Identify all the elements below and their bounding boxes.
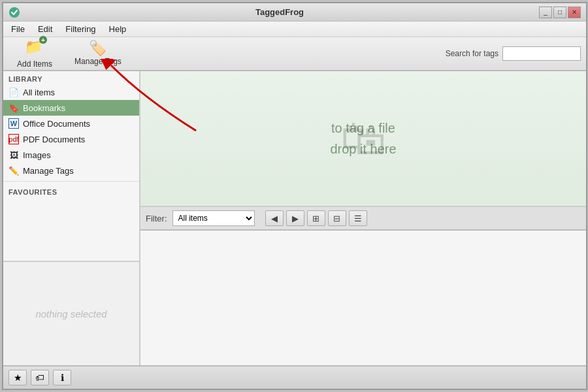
sidebar-item-manage-tags[interactable]: ✏️ Manage Tags: [3, 163, 139, 178]
view-list-button[interactable]: ☰: [349, 210, 367, 226]
toolbar: 📁 + Add Items 🏷️ Manage Tags Search for …: [3, 37, 586, 71]
menubar: File Edit Filtering Help: [3, 22, 586, 37]
sidebar: LIBRARY 📄 All items 🔖 Bookmarks W Office…: [3, 71, 140, 365]
manage-tags-label: Manage Tags: [74, 57, 122, 66]
filter-select[interactable]: All items Bookmarks Office Documents PDF…: [172, 210, 255, 226]
bookmarks-icon: 🔖: [8, 103, 19, 113]
filter-next-button[interactable]: ▶: [286, 210, 304, 226]
add-items-icon: 📁 +: [25, 39, 44, 58]
sidebar-bottom-area: nothing selected: [3, 261, 139, 365]
all-items-icon: 📄: [8, 87, 19, 97]
filter-bar: Filter: All items Bookmarks Office Docum…: [140, 207, 586, 231]
search-area: Search for tags: [446, 46, 581, 61]
sidebar-item-label: PDF Documents: [23, 135, 85, 144]
add-items-label: Add Items: [17, 59, 52, 69]
favourites-title: FAVOURITES: [3, 184, 139, 197]
sidebar-item-pdf-documents[interactable]: pdf PDF Documents: [3, 131, 139, 147]
window-title: TaggedFrog: [20, 7, 539, 17]
view-grid-button[interactable]: ⊞: [307, 210, 325, 226]
titlebar: TaggedFrog _ □ ✕: [3, 3, 586, 22]
pdf-documents-icon: pdf: [8, 134, 19, 144]
search-label: Search for tags: [446, 49, 498, 58]
images-icon: 🖼: [8, 150, 19, 160]
nothing-selected-label: nothing selected: [35, 308, 106, 319]
menu-file[interactable]: File: [6, 23, 30, 35]
menu-help[interactable]: Help: [104, 23, 132, 35]
minimize-button[interactable]: _: [539, 7, 552, 18]
sidebar-item-label: Office Documents: [23, 119, 90, 129]
content-area: 🛍 to tag a file drop it here Filter: All…: [140, 71, 586, 365]
sidebar-divider: [3, 181, 139, 182]
close-button[interactable]: ✕: [568, 7, 581, 18]
statusbar-star-button[interactable]: ★: [8, 370, 27, 385]
app-window: TaggedFrog _ □ ✕ File Edit Filtering Hel…: [2, 2, 587, 390]
maximize-button[interactable]: □: [553, 7, 566, 18]
add-items-button[interactable]: 📁 + Add Items: [8, 35, 61, 72]
sidebar-item-bookmarks[interactable]: 🔖 Bookmarks: [3, 100, 139, 116]
drop-zone-text: to tag a file drop it here: [330, 118, 396, 159]
view-grid-small-button[interactable]: ⊟: [328, 210, 346, 226]
filter-label: Filter:: [146, 214, 167, 223]
drop-zone[interactable]: 🛍 to tag a file drop it here: [140, 71, 586, 207]
statusbar: ★ 🏷 ℹ: [3, 365, 586, 389]
sidebar-item-label: Bookmarks: [23, 103, 65, 113]
sidebar-item-office-documents[interactable]: W Office Documents: [3, 116, 139, 131]
manage-tags-sidebar-icon: ✏️: [8, 165, 19, 176]
office-documents-icon: W: [8, 118, 19, 129]
statusbar-tag-button[interactable]: 🏷: [31, 370, 49, 385]
drop-line2: drop it here: [330, 139, 396, 159]
search-input[interactable]: [502, 46, 581, 61]
sidebar-item-label: Manage Tags: [23, 166, 74, 176]
library-title: LIBRARY: [3, 71, 139, 84]
sidebar-item-label: All items: [23, 88, 55, 97]
main-area: LIBRARY 📄 All items 🔖 Bookmarks W Office…: [3, 71, 586, 365]
app-icon: [8, 7, 20, 18]
sidebar-item-images[interactable]: 🖼 Images: [3, 147, 139, 163]
sidebar-item-all-items[interactable]: 📄 All items: [3, 84, 139, 100]
filter-prev-button[interactable]: ◀: [265, 210, 284, 226]
menu-filtering[interactable]: Filtering: [60, 23, 101, 35]
sidebar-item-label: Images: [23, 150, 51, 160]
bottom-main-area: [140, 231, 586, 365]
statusbar-info-button[interactable]: ℹ: [53, 370, 71, 385]
drop-line1: to tag a file: [330, 118, 396, 139]
manage-tags-button[interactable]: 🏷️ Manage Tags: [66, 38, 130, 69]
menu-edit[interactable]: Edit: [33, 23, 57, 35]
filter-icons-group: ◀ ▶ ⊞ ⊟ ☰: [265, 210, 367, 226]
window-controls[interactable]: _ □ ✕: [539, 7, 581, 18]
sidebar-spacer: [3, 197, 139, 261]
svg-point-0: [9, 7, 20, 18]
manage-tags-icon: 🏷️: [89, 41, 106, 56]
